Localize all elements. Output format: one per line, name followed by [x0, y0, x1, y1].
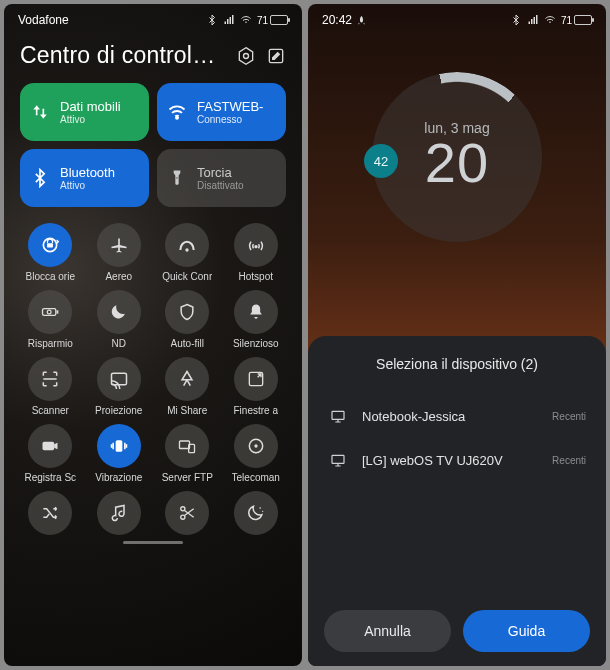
camera-icon	[28, 424, 72, 468]
tile-sub: Disattivato	[197, 180, 244, 191]
toggle-autofill[interactable]: Auto-fill	[155, 290, 220, 349]
remote-icon	[234, 424, 278, 468]
status-bar: 20:42 71	[308, 4, 606, 32]
flashlight-icon	[167, 168, 187, 188]
toggle-night[interactable]	[224, 491, 289, 535]
tile-sub: Attivo	[60, 180, 115, 191]
tile-mobile-data[interactable]: Dati mobiliAttivo	[20, 83, 149, 141]
music-icon	[97, 491, 141, 535]
tile-sub: Connesso	[197, 114, 263, 125]
toggle-airplane[interactable]: Aereo	[87, 223, 152, 282]
toggle-music[interactable]	[87, 491, 152, 535]
battery-icon	[28, 290, 72, 334]
toggle-label: ND	[112, 338, 126, 349]
tile-torch[interactable]: TorciaDisattivato	[157, 149, 286, 207]
toggle-label: Auto-fill	[171, 338, 204, 349]
toggle-label: Risparmio	[28, 338, 73, 349]
bluetooth-icon	[30, 168, 50, 188]
cast-icon	[97, 357, 141, 401]
wifi-status-icon	[240, 14, 252, 26]
vpn-icon	[165, 223, 209, 267]
share-icon	[165, 357, 209, 401]
clock-widget: lun, 3 mag 20 42	[372, 72, 542, 242]
toggle-cast[interactable]: Proiezione	[87, 357, 152, 416]
toggle-hotspot[interactable]: Hotspot	[224, 223, 289, 282]
toggle-label: Blocca orie	[26, 271, 75, 282]
toggle-mi-share[interactable]: Mi Share	[155, 357, 220, 416]
carrier-label: Vodafone	[18, 13, 69, 27]
toggle-label: Mi Share	[167, 405, 207, 416]
status-icons: 71	[510, 14, 592, 26]
svg-rect-24	[332, 411, 344, 419]
toggle-label: Vibrazione	[95, 472, 142, 483]
device-row[interactable]: Notebook-JessicaRecenti	[324, 394, 590, 438]
tile-sub: Attivo	[60, 114, 121, 125]
status-icons: 71	[206, 14, 288, 26]
device-row[interactable]: [LG] webOS TV UJ620VRecenti	[324, 438, 590, 482]
arrows-up-down-icon	[30, 102, 50, 122]
toggle-grid: Blocca orieAereoQuick ConrHotspotRisparm…	[4, 207, 302, 535]
shuffle-icon	[28, 491, 72, 535]
clock-hour: 20	[425, 130, 489, 195]
svg-point-22	[259, 507, 261, 509]
tile-wifi[interactable]: FASTWEB-Connesso	[157, 83, 286, 141]
toggle-label: Aereo	[105, 271, 132, 282]
tile-bluetooth[interactable]: BluetoothAttivo	[20, 149, 149, 207]
toggle-float-window[interactable]: Finestre a	[224, 357, 289, 416]
toggle-label: Registra Sc	[24, 472, 76, 483]
drag-handle[interactable]	[123, 541, 183, 544]
devices-icon	[165, 424, 209, 468]
svg-point-7	[186, 248, 189, 251]
toggle-screenshot[interactable]	[155, 491, 220, 535]
tile-label: Dati mobili	[60, 99, 121, 114]
signal-icon	[223, 14, 235, 26]
toggle-silent[interactable]: Silenzioso	[224, 290, 289, 349]
hotspot-icon	[234, 223, 278, 267]
battery-indicator: 71	[561, 15, 592, 26]
settings-icon[interactable]	[236, 46, 256, 66]
toggle-label: Scanner	[32, 405, 69, 416]
bell-icon	[234, 290, 278, 334]
toggle-vibration[interactable]: Vibrazione	[87, 424, 152, 483]
toggle-label: Hotspot	[239, 271, 273, 282]
toggle-label: Telecoman	[232, 472, 280, 483]
device-tag: Recenti	[552, 455, 586, 466]
clock-minute-badge: 42	[364, 144, 398, 178]
toggle-dnd[interactable]: ND	[87, 290, 152, 349]
cancel-button[interactable]: Annulla	[324, 610, 451, 652]
bluetooth-status-icon	[510, 14, 522, 26]
quick-tiles: Dati mobiliAttivo FASTWEB-Connesso Bluet…	[4, 83, 302, 207]
signal-icon	[527, 14, 539, 26]
toggle-ftp[interactable]: Server FTP	[155, 424, 220, 483]
toggle-label: Quick Conr	[162, 271, 212, 282]
sheet-title: Seleziona il dispositivo (2)	[324, 356, 590, 372]
toggle-quick-connect[interactable]: Quick Conr	[155, 223, 220, 282]
toggle-rotation-lock[interactable]: Blocca orie	[18, 223, 83, 282]
float-icon	[234, 357, 278, 401]
toggle-screen-record[interactable]: Registra Sc	[18, 424, 83, 483]
toggle-battery-saver[interactable]: Risparmio	[18, 290, 83, 349]
rocket-icon	[356, 15, 367, 26]
edit-icon[interactable]	[266, 46, 286, 66]
toggle-label: Proiezione	[95, 405, 142, 416]
night-icon	[234, 491, 278, 535]
toggle-label: Silenzioso	[233, 338, 279, 349]
tile-label: Bluetooth	[60, 165, 115, 180]
toggle-remote[interactable]: Telecoman	[224, 424, 289, 483]
scissors-icon	[165, 491, 209, 535]
tile-label: Torcia	[197, 165, 244, 180]
moon-icon	[97, 290, 141, 334]
bluetooth-status-icon	[206, 14, 218, 26]
svg-point-19	[254, 444, 257, 447]
svg-marker-0	[239, 47, 252, 64]
svg-rect-14	[43, 442, 55, 450]
toggle-shuffle[interactable]	[18, 491, 83, 535]
toggle-scanner[interactable]: Scanner	[18, 357, 83, 416]
help-button[interactable]: Guida	[463, 610, 590, 652]
wifi-icon	[167, 102, 187, 122]
scan-icon	[28, 357, 72, 401]
svg-rect-12	[111, 373, 126, 385]
wifi-status-icon	[544, 14, 556, 26]
vibrate-icon	[97, 424, 141, 468]
svg-point-4	[176, 177, 178, 179]
